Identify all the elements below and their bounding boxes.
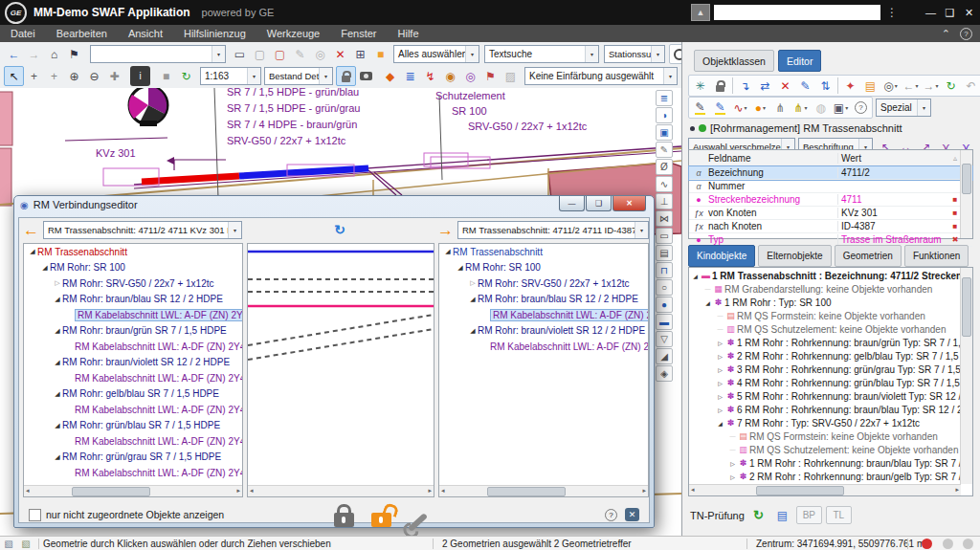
more-options-icon[interactable]: ⋮ — [886, 6, 898, 19]
extent-red-icon[interactable]: ▢ — [270, 44, 290, 64]
tab-editor[interactable]: Editor — [778, 50, 821, 72]
menu-datei[interactable]: Datei — [0, 28, 46, 39]
edit-vertex-icon[interactable]: ✎ — [795, 76, 815, 96]
child-tree-item[interactable]: —▤RM QS Formstein: keine Objekte vorhand… — [689, 429, 960, 443]
small-node-icon[interactable]: ○ — [656, 279, 673, 296]
tab-kindobjekte[interactable]: Kindobjekte — [688, 245, 755, 267]
child-tree-item[interactable]: —▥RM QS Schutzelement: keine Objekte vor… — [689, 443, 960, 456]
field-table-scrollbar[interactable] — [960, 150, 972, 238]
tree-hscrollbar[interactable]: ◂▸ — [689, 484, 961, 495]
zoom-in-icon[interactable]: ⊕ — [64, 66, 84, 86]
home-icon[interactable]: ⌂ — [44, 44, 64, 64]
dialog-close-button[interactable]: ✕ — [612, 196, 646, 211]
dialog-help-icon[interactable]: ? — [605, 509, 617, 521]
tree-item[interactable]: ◢RM Rohr: grün/blau SR 7 / 1,5 HDPE — [24, 418, 242, 434]
coloring-combo[interactable]: Keine Einfärbung ausgewählt▾ — [524, 67, 678, 85]
child-tree-item[interactable]: —▤RM QS Formstein: keine Objekte vorhand… — [689, 309, 960, 322]
tab-geometrien[interactable]: Geometrien — [835, 245, 902, 267]
nav-back-icon[interactable]: ← — [4, 44, 24, 64]
redo-icon[interactable]: ↻ — [941, 76, 961, 96]
corner-icon[interactable]: ◢ — [656, 348, 673, 364]
draw-line-alt-icon[interactable]: ✎ — [710, 98, 730, 118]
swap-refresh-icon[interactable]: ↻ — [242, 222, 437, 237]
child-tree-item[interactable]: ◢✽1 RM Rohr : Typ: SR 100 — [689, 296, 960, 309]
water-drop-icon[interactable]: ◆ — [380, 66, 400, 86]
tab-elternobjekte[interactable]: Elternobjekte — [758, 245, 831, 267]
lock-view-icon[interactable] — [336, 66, 356, 86]
valve-icon[interactable]: ⋈ — [656, 210, 673, 227]
measure-icon[interactable]: ◈ — [656, 365, 673, 382]
tree-item[interactable]: RM Kabelabschnitt LWL: A-DF (ZN) 2Y4/9 m… — [439, 307, 648, 323]
global-search-input[interactable] — [714, 5, 880, 20]
prev-left-icon[interactable]: ← — [23, 222, 39, 238]
ring-orange-icon[interactable]: ◉ — [440, 66, 460, 86]
folder-search-icon[interactable]: ▤ — [860, 76, 880, 96]
field-row[interactable]: ●Streckenbezeichnung4711■ — [689, 193, 972, 207]
folder-icon[interactable]: ■ — [370, 44, 390, 64]
ground-icon[interactable]: ⊥ — [656, 193, 673, 209]
show-unassigned-checkbox[interactable] — [29, 509, 41, 521]
nav-forward-icon[interactable]: → — [24, 44, 44, 64]
menu-hilfslinienzug[interactable]: Hilfslinienzug — [173, 28, 256, 39]
tree-item[interactable]: ◢RM Rohr: braun/blau SR 12 / 2 HDPE — [24, 292, 242, 308]
child-tree-item[interactable]: ▷✽1 RM Rohr : Rohrkennung: braun/grün Ty… — [689, 336, 960, 349]
tree-item[interactable]: ◢RM Rohr: braun/grün SR 7 / 1,5 HDPE — [24, 323, 242, 340]
undo-icon[interactable]: ↶ — [961, 76, 980, 96]
tn-refresh-icon[interactable]: ↻ — [748, 505, 768, 525]
move-vertex-icon[interactable]: ⇅ — [815, 76, 835, 96]
windows-icon[interactable]: ⊞ — [350, 44, 370, 64]
edit-geometry-icon[interactable]: ✎ — [656, 142, 673, 158]
collapse-ribbon-icon[interactable]: ⌃ — [942, 28, 950, 40]
tree-item[interactable]: ◢RM Trassenabschnitt — [24, 244, 242, 260]
connection-canvas[interactable]: ◂▸ — [247, 243, 434, 497]
maximize-button[interactable]: ❑ — [942, 4, 958, 21]
field-row[interactable]: αBezeichnung4711/2 — [689, 166, 972, 180]
tx-icon[interactable]: Ø — [656, 159, 673, 175]
tree-item[interactable]: RM Kabelabschnitt LWL: A-DF (ZN) 2Y4/9 m… — [24, 307, 242, 323]
field-row[interactable]: ƒxvon KnotenKVz 301■ — [689, 207, 972, 220]
draw-line-icon[interactable]: ✎ — [690, 98, 710, 118]
branch-icon[interactable]: ⋏ — [976, 137, 980, 157]
crosshair-snap-icon[interactable]: + — [44, 66, 64, 86]
circle-select-icon[interactable]: ◎ — [310, 44, 330, 64]
topology-lock-icon[interactable]: ✳ — [690, 76, 710, 96]
scale-combo[interactable]: 1:163▾ — [200, 67, 261, 85]
binoculars-icon[interactable]: ◎▾ — [880, 76, 901, 96]
tree-item[interactable]: ◢RM Rohr: braun/violett SR 12 / 2 HDPE — [24, 355, 242, 371]
help-icon[interactable]: ? — [851, 98, 871, 118]
dialog-minimize-button[interactable]: — — [559, 196, 585, 211]
right-object-combo[interactable]: RM Trassenabschnitt: 4711/2 4711 ID-4387… — [457, 221, 649, 239]
pan-icon[interactable]: ✚ — [104, 66, 124, 86]
tree-item[interactable]: ◢RM Trassenabschnitt — [439, 244, 648, 260]
child-tree-item[interactable]: ◢▬1 RM Trassenabschnitt : Bezeichnung: 4… — [689, 269, 960, 282]
child-tree-item[interactable]: ▷✽1 RM Rohr : Rohrkennung: braun/blau Ty… — [689, 456, 960, 470]
tree-item[interactable]: RM Kabelabschnitt LWL: A-DF (ZN) 2Y4/9 m… — [24, 339, 242, 355]
table-icon[interactable]: ▤ — [656, 245, 673, 261]
lock-open-icon[interactable] — [371, 513, 391, 527]
child-tree-item[interactable]: ◢✽7 RM Rohr : Typ: SRV-G50 / 22x7 + 1x12… — [689, 416, 960, 429]
help-icon[interactable]: ? — [960, 28, 972, 40]
menu-fenster[interactable]: Fenster — [330, 28, 387, 39]
select-all-combo[interactable]: Alles auswählen▾ — [393, 45, 479, 63]
select-geometry-icon[interactable]: ▣ — [656, 124, 673, 141]
wrench-icon[interactable]: ✎ — [290, 44, 310, 64]
tree-vscrollbar[interactable] — [960, 268, 972, 484]
tree-item[interactable]: ◢RM Rohr: grün/grau SR 7 / 1,5 HDPE — [24, 450, 242, 466]
ring-purple-icon[interactable]: ◎ — [460, 66, 480, 86]
segment-icon[interactable]: ▬ — [656, 314, 673, 330]
child-tree-item[interactable]: —▦RM Grabendarstellung: keine Objekte vo… — [689, 282, 960, 296]
tab-funktionen[interactable]: Funktionen — [904, 245, 969, 267]
detail-level-combo[interactable]: Bestand Detail▾ — [264, 67, 333, 85]
left-connection-tree[interactable]: ◢RM Trassenabschnitt◢RM Rohr: SR 100▷RM … — [23, 243, 243, 497]
dialog-close-panel-icon[interactable]: ✕ — [625, 508, 639, 521]
status-map2-icon[interactable]: ▧ — [17, 537, 34, 550]
stop-icon[interactable]: ■ — [156, 66, 176, 86]
extent-icon[interactable]: ▢ — [250, 44, 270, 64]
right-tree-hscrollbar[interactable]: ◂▸ — [439, 485, 648, 496]
pump-icon[interactable]: ⊓ — [656, 262, 673, 278]
history-forward-icon[interactable]: →▾ — [921, 76, 941, 96]
node-icon[interactable]: ● — [656, 297, 673, 313]
equ-icon[interactable]: ▽ — [656, 331, 673, 347]
tree-item[interactable]: RM Kabelabschnitt LWL: A-DF (ZN) 2Y4/9 m… — [24, 433, 242, 450]
child-tree-item[interactable]: ▷✽2 RM Rohr : Rohrkennung: braun/gelb Ty… — [689, 470, 960, 483]
